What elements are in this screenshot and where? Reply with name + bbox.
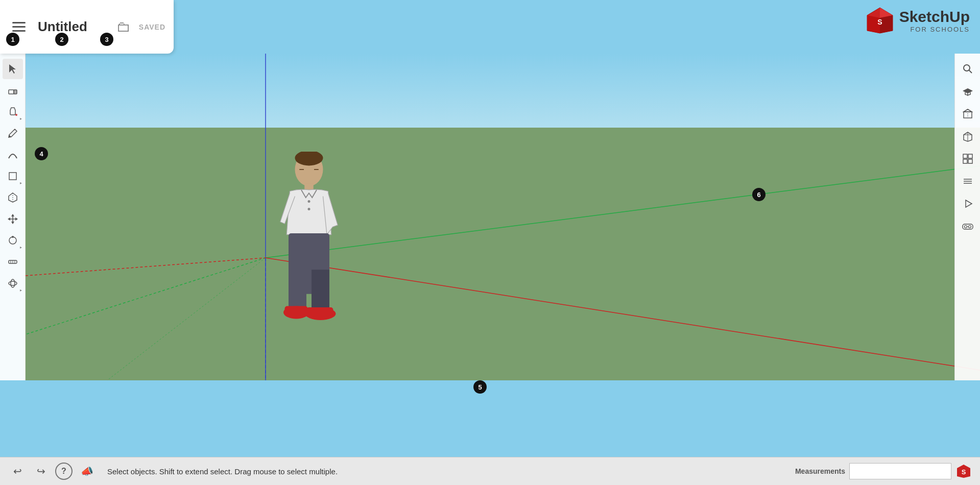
svg-point-7	[15, 114, 17, 116]
tool-graduate[interactable]	[958, 81, 978, 102]
svg-marker-14	[11, 222, 14, 224]
measurements-label: Measurements	[795, 467, 845, 475]
svg-rect-59	[312, 270, 329, 308]
svg-point-17	[9, 237, 16, 244]
tool-paint-bucket[interactable]	[3, 102, 23, 122]
redo-button[interactable]: ↪	[32, 462, 50, 480]
svg-marker-16	[15, 217, 18, 221]
svg-rect-8	[9, 173, 16, 180]
logo-subtitle: FOR SCHOOLS	[899, 26, 970, 33]
bottom-bar-left: ↩ ↪ ? 📣	[8, 462, 96, 480]
badge-3: 3	[100, 33, 113, 46]
svg-point-23	[9, 281, 17, 285]
svg-rect-37	[963, 159, 967, 163]
svg-rect-58	[289, 270, 306, 308]
badge-1: 1	[6, 33, 19, 46]
svg-rect-5	[9, 90, 14, 94]
person-figure	[271, 152, 347, 330]
tool-search[interactable]	[958, 59, 978, 79]
svg-rect-29	[964, 112, 972, 118]
tool-3dwarehouse[interactable]	[958, 104, 978, 124]
measurements-input[interactable]	[849, 463, 951, 479]
tool-pencil[interactable]	[3, 123, 23, 143]
svg-line-26	[969, 70, 972, 74]
tool-shapes[interactable]	[3, 166, 23, 186]
help-button[interactable]: ?	[55, 463, 73, 480]
status-text: Select objects. Shift to extend select. …	[102, 467, 789, 476]
document-title: Untitled	[38, 19, 108, 35]
logo-icon: S	[865, 5, 895, 36]
svg-rect-35	[963, 154, 967, 158]
save-status: SAVED	[139, 23, 165, 31]
announce-button[interactable]: 📣	[78, 462, 96, 480]
svg-marker-42	[966, 200, 972, 207]
svg-rect-36	[968, 154, 972, 158]
sketchup-icon-bottom: S	[955, 463, 972, 479]
tool-pushpull[interactable]	[3, 187, 23, 208]
header-bar: Untitled 🗀 SAVED	[0, 0, 174, 54]
tool-arc[interactable]	[3, 144, 23, 165]
svg-point-18	[12, 236, 14, 238]
svg-point-25	[964, 65, 970, 71]
svg-rect-63	[306, 307, 333, 317]
logo-name: SketchUp	[899, 8, 970, 26]
tool-layers[interactable]	[958, 171, 978, 191]
bottom-bar: ↩ ↪ ? 📣 Select objects. Shift to extend …	[0, 457, 980, 485]
svg-marker-13	[11, 214, 14, 216]
svg-point-45	[968, 226, 971, 228]
tool-tape-measure[interactable]	[3, 252, 23, 272]
svg-rect-61	[285, 306, 308, 316]
undo-button[interactable]: ↩	[8, 462, 27, 480]
badge-2: 2	[55, 33, 68, 46]
app-logo: S SketchUp FOR SCHOOLS	[865, 5, 970, 36]
sky	[26, 54, 980, 128]
right-toolbar	[954, 54, 980, 380]
svg-point-66	[308, 200, 310, 203]
svg-point-67	[308, 208, 310, 210]
svg-point-24	[11, 279, 15, 287]
logo-text: SketchUp FOR SCHOOLS	[899, 8, 970, 33]
badge-6: 6	[752, 188, 766, 201]
svg-text:S: S	[962, 468, 966, 476]
tool-move[interactable]	[3, 209, 23, 229]
tool-vr[interactable]	[958, 216, 978, 236]
svg-point-44	[964, 226, 967, 228]
tool-followme[interactable]	[3, 230, 23, 251]
svg-marker-15	[8, 217, 10, 221]
svg-text:S: S	[877, 18, 882, 26]
svg-marker-27	[963, 88, 973, 93]
viewport[interactable]	[26, 54, 980, 380]
tool-orbit[interactable]	[3, 273, 23, 294]
tool-scenes[interactable]	[958, 193, 978, 214]
tool-select[interactable]	[3, 59, 23, 79]
save-icon[interactable]: 🗀	[116, 18, 131, 35]
svg-rect-6	[14, 90, 17, 94]
svg-rect-38	[968, 159, 972, 163]
ground	[26, 128, 980, 380]
badge-4: 4	[35, 147, 48, 160]
badge-5: 5	[473, 380, 487, 394]
tool-standard-views[interactable]	[958, 149, 978, 169]
measurements-section: Measurements S	[795, 463, 972, 479]
tool-isometric[interactable]	[958, 126, 978, 147]
left-toolbar	[0, 54, 26, 380]
tool-eraser[interactable]	[3, 80, 23, 101]
